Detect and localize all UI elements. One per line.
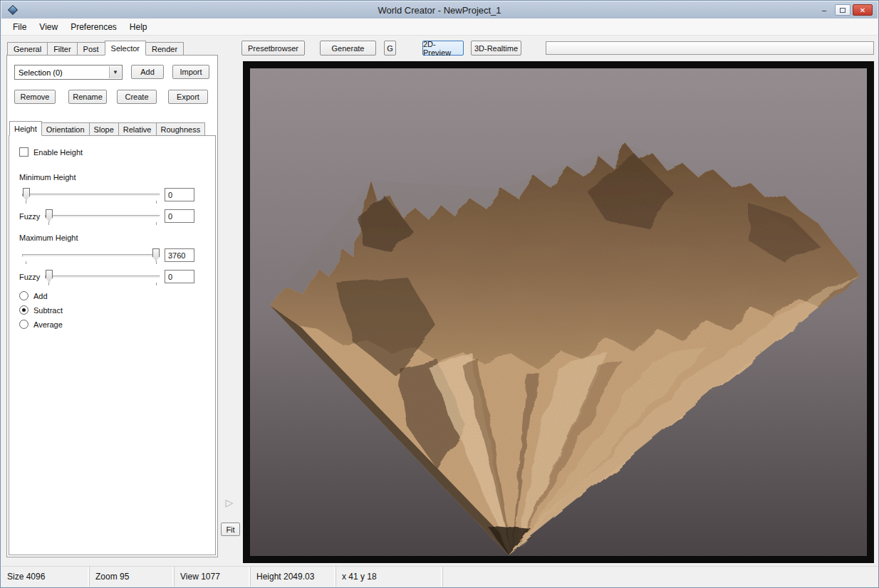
- export-button[interactable]: Export: [168, 90, 208, 104]
- mode-radio-add[interactable]: Add: [19, 291, 48, 300]
- subtab-roughness[interactable]: Roughness: [156, 122, 206, 136]
- rename-button[interactable]: Rename: [68, 90, 107, 104]
- import-button[interactable]: Import: [172, 65, 209, 79]
- tab-filter[interactable]: Filter: [47, 42, 77, 56]
- selection-dropdown[interactable]: Selection (0) ▼: [14, 65, 123, 80]
- minimize-button[interactable]: –: [816, 4, 832, 16]
- fuzzy-max-slider[interactable]: [45, 269, 160, 285]
- close-button[interactable]: ✕: [853, 4, 873, 16]
- radio-add-label: Add: [33, 292, 48, 300]
- enable-height-checkbox[interactable]: [19, 147, 28, 157]
- chevron-down-icon: ▼: [109, 66, 121, 78]
- status-bar: Size 4096 Zoom 95 View 1077 Height 2049.…: [1, 566, 878, 587]
- fuzzy-min-label: Fuzzy: [19, 212, 40, 221]
- subtab-height[interactable]: Height: [9, 121, 42, 136]
- selector-sub-tab-strip: Height Orientation Slope Relative Roughn…: [9, 121, 204, 136]
- slider-thumb[interactable]: [46, 270, 53, 283]
- slider-thumb[interactable]: [46, 209, 53, 222]
- generate-button[interactable]: Generate: [320, 41, 376, 56]
- radio-icon[interactable]: [19, 291, 28, 300]
- menu-bar: File View Preferences Help: [1, 19, 878, 36]
- fuzzy-max-input[interactable]: [165, 270, 194, 283]
- selection-dropdown-value: Selection (0): [19, 68, 63, 77]
- remove-button[interactable]: Remove: [14, 90, 56, 104]
- window-title: World Creator - NewProject_1: [1, 5, 878, 16]
- radio-icon[interactable]: [19, 320, 28, 329]
- minimum-height-input[interactable]: [165, 188, 194, 201]
- radio-subtract-label: Subtract: [33, 306, 63, 315]
- terrain-viewport[interactable]: [243, 61, 874, 563]
- status-height: Height 2049.03: [251, 567, 336, 587]
- status-view: View 1077: [175, 567, 251, 587]
- terrain-render[interactable]: [250, 68, 867, 556]
- fuzzy-min-input[interactable]: [165, 209, 194, 223]
- tab-selector[interactable]: Selector: [105, 41, 146, 56]
- menu-item-view[interactable]: View: [33, 20, 64, 34]
- maximum-height-input[interactable]: [165, 248, 194, 262]
- maximum-height-label: Maximum Height: [19, 233, 78, 242]
- fuzzy-min-slider[interactable]: [45, 209, 160, 224]
- create-button[interactable]: Create: [117, 90, 157, 104]
- mode-radio-subtract[interactable]: Subtract: [19, 305, 63, 315]
- status-zoom: Zoom 95: [90, 567, 175, 587]
- radio-average-label: Average: [33, 320, 63, 329]
- preview-2d-button[interactable]: 2D-Preview: [422, 41, 464, 56]
- tab-render[interactable]: Render: [145, 42, 184, 56]
- status-cursor-xy: x 41 y 18: [336, 567, 443, 587]
- fuzzy-max-label: Fuzzy: [19, 273, 40, 281]
- status-filler: [443, 567, 878, 587]
- maximize-icon: [840, 8, 846, 13]
- tab-general[interactable]: General: [7, 42, 48, 56]
- subtab-slope[interactable]: Slope: [89, 122, 119, 136]
- g-button[interactable]: G: [384, 41, 396, 56]
- menu-item-file[interactable]: File: [6, 20, 33, 34]
- minimum-height-label: Minimum Height: [19, 173, 76, 182]
- subtab-relative[interactable]: Relative: [118, 122, 157, 136]
- maximum-height-slider[interactable]: [22, 248, 160, 263]
- panel-collapse-arrow-icon[interactable]: [222, 496, 236, 509]
- maximize-button[interactable]: [835, 4, 851, 16]
- minimum-height-slider[interactable]: [22, 187, 160, 203]
- main-tab-strip: General Filter Post Selector Render: [7, 41, 183, 56]
- menu-item-help[interactable]: Help: [123, 20, 154, 34]
- menu-item-preferences[interactable]: Preferences: [64, 20, 123, 34]
- subtab-orientation[interactable]: Orientation: [41, 122, 90, 136]
- height-page-group: Enable Height Minimum Height Fuzzy Maxim…: [9, 135, 216, 555]
- enable-height-row[interactable]: Enable Height: [19, 147, 83, 157]
- enable-height-label: Enable Height: [33, 148, 83, 157]
- add-button[interactable]: Add: [131, 65, 164, 79]
- slider-thumb[interactable]: [152, 248, 160, 261]
- mode-radio-average[interactable]: Average: [19, 320, 63, 329]
- progress-bar: [546, 41, 874, 55]
- title-bar[interactable]: World Creator - NewProject_1 – ✕: [1, 1, 878, 19]
- realtime-3d-button[interactable]: 3D-Realtime: [471, 41, 521, 56]
- status-size: Size 4096: [1, 567, 90, 587]
- selector-panel: Selection (0) ▼ Add Import Remove Rename…: [6, 55, 218, 557]
- app-window: World Creator - NewProject_1 – ✕ File Vi…: [0, 0, 879, 588]
- fit-button[interactable]: Fit: [221, 523, 240, 536]
- slider-thumb[interactable]: [23, 188, 30, 201]
- presetbrowser-button[interactable]: Presetbrowser: [241, 41, 305, 56]
- tab-post[interactable]: Post: [77, 42, 105, 56]
- radio-icon[interactable]: [19, 305, 28, 315]
